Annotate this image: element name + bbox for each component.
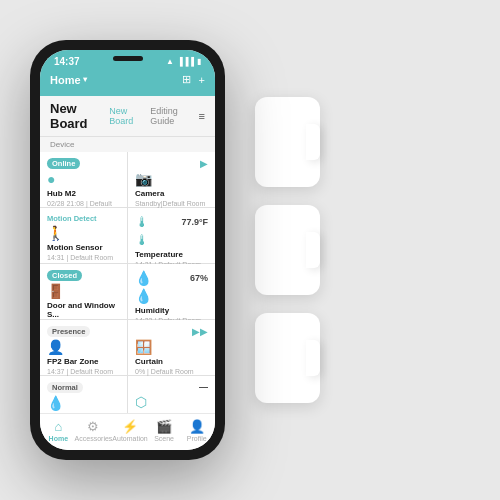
device-card-0[interactable]: Online ● Hub M2 02/28 21:08 | Default Ro… bbox=[40, 152, 127, 207]
card-sensor-icon: 🌡 bbox=[135, 214, 149, 230]
sensor-1-tab bbox=[306, 124, 320, 160]
device-card-8[interactable]: Normal 💧 Water Leak Sensor 02/07 16:43 |… bbox=[40, 376, 127, 413]
card-name: FP2 Bar Zone bbox=[47, 357, 120, 366]
card-top-row: ▶▶ bbox=[135, 326, 208, 337]
editing-guide-label[interactable]: Editing Guide bbox=[150, 106, 192, 126]
device-card-3[interactable]: 🌡77.9°F 🌡 Temperature 14:31 | Default Ro… bbox=[128, 208, 215, 263]
card-play-icon: ▶▶ bbox=[192, 326, 208, 337]
card-icon: 🪟 bbox=[135, 339, 208, 355]
wifi-icon: ▲ bbox=[166, 57, 174, 66]
card-status-badge: Online bbox=[47, 158, 80, 169]
home-label: Home bbox=[50, 74, 81, 86]
card-play-icon: ▶ bbox=[200, 158, 208, 169]
device-card-7[interactable]: ▶▶ 🪟 Curtain 0% | Default Room bbox=[128, 320, 215, 375]
card-top-row: Presence bbox=[47, 326, 120, 337]
grid-icon[interactable]: ⊞ bbox=[182, 73, 191, 86]
home-arrow-icon: ▾ bbox=[83, 75, 87, 84]
sensors-container bbox=[255, 97, 320, 403]
card-sensor-icon: 💧 bbox=[135, 270, 152, 286]
bottom-nav: ⌂ Home ⚙ Accessories ⚡ Automation 🎬 Scen… bbox=[40, 413, 215, 450]
card-icon: 🚶 bbox=[47, 225, 120, 241]
card-motion-status: Motion Detect bbox=[47, 214, 97, 223]
nav-label-automation: Automation bbox=[112, 435, 147, 442]
board-title-bar: New Board New Board Editing Guide ≡ bbox=[40, 96, 215, 137]
sensor-1 bbox=[255, 97, 320, 187]
card-top-row: Motion Detect bbox=[47, 214, 120, 223]
card-meta: 0% | Default Room bbox=[135, 368, 208, 375]
add-icon[interactable]: + bbox=[199, 74, 205, 86]
nav-item-scene[interactable]: 🎬 Scene bbox=[148, 419, 181, 442]
phone: 14:37 ▲ ▐▐▐ ▮ Home ▾ ⊞ + bbox=[30, 40, 225, 460]
card-icon: ● bbox=[47, 171, 120, 187]
card-status-badge: Presence bbox=[47, 326, 90, 337]
board-title: New Board bbox=[50, 101, 103, 131]
nav-item-home[interactable]: ⌂ Home bbox=[42, 419, 75, 442]
sensor-3-tab bbox=[306, 340, 320, 376]
card-icon: ⬡ bbox=[135, 394, 208, 410]
device-card-4[interactable]: Closed 🚪 Door and Window S... 2023/10/13… bbox=[40, 264, 127, 319]
card-name: Temperature bbox=[135, 250, 208, 259]
nav-label-accessories: Accessories bbox=[75, 435, 113, 442]
status-icons: ▲ ▐▐▐ ▮ bbox=[166, 57, 201, 66]
card-name: Motion Sensor bbox=[47, 243, 120, 252]
card-status-badge: Normal bbox=[47, 382, 83, 393]
card-name: Hub M2 bbox=[47, 189, 120, 198]
scene: 14:37 ▲ ▐▐▐ ▮ Home ▾ ⊞ + bbox=[0, 0, 500, 500]
card-name: Door and Window S... bbox=[47, 301, 120, 319]
sensor-2 bbox=[255, 205, 320, 295]
sensor-1-body bbox=[255, 97, 307, 187]
card-name: Camera bbox=[135, 189, 208, 198]
device-card-2[interactable]: Motion Detect 🚶 Motion Sensor 14:31 | De… bbox=[40, 208, 127, 263]
nav-icon-automation: ⚡ bbox=[122, 419, 138, 434]
sensor-3-body bbox=[255, 313, 307, 403]
device-card-9[interactable]: — ⬡ Button Default Room bbox=[128, 376, 215, 413]
card-top-row: Normal bbox=[47, 382, 120, 393]
card-meta: Standby|Default Room bbox=[135, 200, 208, 207]
card-icon: 👤 bbox=[47, 339, 120, 355]
device-card-5[interactable]: 💧67% 💧 Humidity 14:32 | Default Room bbox=[128, 264, 215, 319]
card-top-row: — bbox=[135, 382, 208, 392]
card-temp-value: 77.9°F bbox=[181, 217, 208, 227]
card-icon: 🌡 bbox=[135, 232, 208, 248]
status-time: 14:37 bbox=[54, 56, 80, 67]
nav-icon-profile: 👤 bbox=[189, 419, 205, 434]
phone-notch bbox=[113, 56, 143, 61]
nav-item-automation[interactable]: ⚡ Automation bbox=[112, 419, 147, 442]
nav-icon-scene: 🎬 bbox=[156, 419, 172, 434]
nav-label-profile: Profile bbox=[187, 435, 207, 442]
card-name: Humidity bbox=[135, 306, 208, 315]
nav-icon-home: ⌂ bbox=[54, 419, 62, 434]
nav-item-profile[interactable]: 👤 Profile bbox=[180, 419, 213, 442]
card-meta: 14:31 | Default Room bbox=[47, 254, 120, 261]
nav-label-scene: Scene bbox=[154, 435, 174, 442]
home-button[interactable]: Home ▾ bbox=[50, 74, 87, 86]
card-icon: 💧 bbox=[47, 395, 120, 411]
board-menu-icon[interactable]: ≡ bbox=[199, 110, 205, 122]
card-top-row: ▶ bbox=[135, 158, 208, 169]
device-card-1[interactable]: ▶ 📷 Camera Standby|Default Room bbox=[128, 152, 215, 207]
card-name: Curtain bbox=[135, 357, 208, 366]
card-top-row: Online bbox=[47, 158, 120, 169]
card-top-row: Closed bbox=[47, 270, 120, 281]
card-top-row: 🌡77.9°F bbox=[135, 214, 208, 230]
card-icon: 💧 bbox=[135, 288, 208, 304]
battery-icon: ▮ bbox=[197, 57, 201, 66]
card-icon: 🚪 bbox=[47, 283, 120, 299]
card-percent-value: 67% bbox=[190, 273, 208, 283]
device-grid: Online ● Hub M2 02/28 21:08 | Default Ro… bbox=[40, 152, 215, 413]
card-dash-value: — bbox=[199, 382, 208, 392]
nav-label-home: Home bbox=[49, 435, 68, 442]
signal-icon: ▐▐▐ bbox=[177, 57, 194, 66]
sensor-2-body bbox=[255, 205, 307, 295]
device-section-label: Device bbox=[40, 137, 215, 152]
nav-item-accessories[interactable]: ⚙ Accessories bbox=[75, 419, 113, 442]
phone-screen: 14:37 ▲ ▐▐▐ ▮ Home ▾ ⊞ + bbox=[40, 50, 215, 450]
sensor-2-tab bbox=[306, 232, 320, 268]
nav-icon-accessories: ⚙ bbox=[87, 419, 99, 434]
new-board-label[interactable]: New Board bbox=[109, 106, 144, 126]
card-top-row: 💧67% bbox=[135, 270, 208, 286]
header-top: Home ▾ ⊞ + bbox=[50, 73, 205, 86]
app-header: Home ▾ ⊞ + bbox=[40, 71, 215, 96]
card-meta: 14:37 | Default Room bbox=[47, 368, 120, 375]
device-card-6[interactable]: Presence 👤 FP2 Bar Zone 14:37 | Default … bbox=[40, 320, 127, 375]
